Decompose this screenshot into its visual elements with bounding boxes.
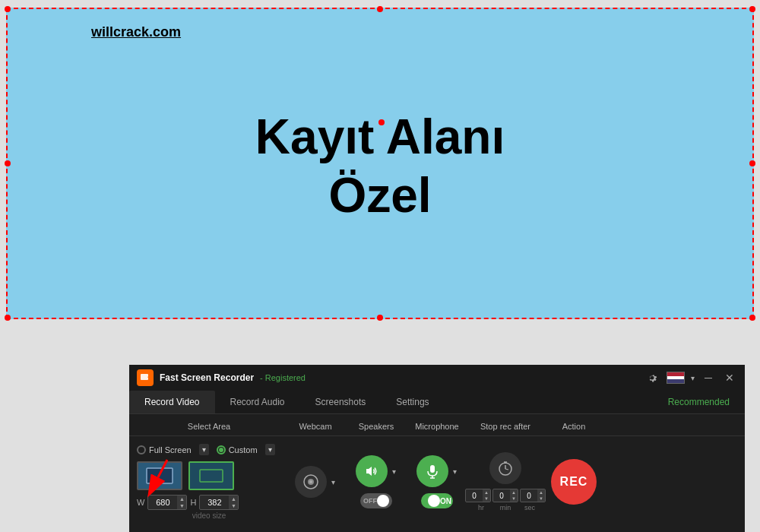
- full-screen-thumb[interactable]: [137, 461, 182, 490]
- min-input-wrap: ▲ ▼: [492, 489, 518, 502]
- svg-marker-7: [366, 467, 372, 476]
- svg-rect-0: [141, 374, 148, 380]
- full-screen-option[interactable]: Full Screen: [137, 445, 192, 454]
- handle-tc[interactable]: [377, 6, 383, 12]
- action-section: REC: [547, 459, 600, 505]
- column-headers: Select Area Webcam Speakers Microphone S…: [129, 422, 745, 436]
- svg-point-6: [309, 480, 312, 483]
- handle-tr[interactable]: [749, 6, 755, 12]
- header-webcam: Webcam: [289, 422, 342, 431]
- microphone-toggle-label: ON: [440, 497, 451, 505]
- width-label: W: [137, 498, 144, 507]
- webcam-section: ▾: [289, 466, 342, 498]
- microphone-toggle-knob: [428, 495, 440, 507]
- area-text: Kayıt Alanı Özel: [8, 108, 752, 225]
- controls-row: Full Screen ▾ Custom ▾: [129, 436, 745, 524]
- handle-bl[interactable]: [5, 315, 11, 321]
- hr-down[interactable]: ▼: [483, 496, 490, 502]
- height-down[interactable]: ▼: [229, 502, 238, 509]
- language-flag[interactable]: [667, 372, 685, 384]
- microphone-toggle[interactable]: ON: [421, 493, 453, 508]
- sec-input[interactable]: [521, 490, 537, 502]
- sec-input-wrap: ▲ ▼: [520, 489, 546, 502]
- microphone-controls: ▾: [416, 455, 458, 487]
- width-up[interactable]: ▲: [177, 496, 186, 502]
- speakers-dropdown[interactable]: ▾: [391, 466, 397, 477]
- header-speakers: Speakers: [350, 422, 403, 431]
- full-screen-label: Full Screen: [149, 445, 192, 454]
- recording-area[interactable]: willcrack.com Kayıt Alanı Özel: [6, 8, 754, 319]
- svg-rect-3: [200, 470, 223, 482]
- tab-record-audio[interactable]: Record Audio: [215, 391, 300, 413]
- tab-screenshots[interactable]: Screenshots: [300, 391, 382, 413]
- height-label: H: [190, 498, 196, 507]
- webcam-icon-button[interactable]: [295, 466, 327, 498]
- handle-bc[interactable]: [377, 315, 383, 321]
- hr-input-wrap: ▲ ▼: [465, 489, 491, 502]
- content-area: Select Area Webcam Speakers Microphone S…: [129, 414, 745, 532]
- minimize-button[interactable]: ─: [701, 370, 716, 385]
- area-thumbnails: [137, 461, 281, 490]
- tab-record-video[interactable]: Record Video: [129, 391, 215, 413]
- handle-br[interactable]: [749, 315, 755, 321]
- microphone-icon-button[interactable]: [416, 455, 448, 487]
- min-input[interactable]: [493, 490, 510, 502]
- video-size-label: video size: [137, 511, 281, 520]
- full-screen-radio[interactable]: [137, 445, 146, 454]
- webcam-dropdown[interactable]: ▾: [330, 477, 337, 488]
- timer-icon-button[interactable]: [489, 452, 521, 484]
- red-dot-indicator: [378, 119, 385, 125]
- microphone-dropdown[interactable]: ▾: [451, 466, 458, 477]
- custom-thumb[interactable]: [188, 461, 234, 490]
- speakers-toggle-knob: [377, 495, 389, 507]
- width-down[interactable]: ▼: [177, 502, 186, 509]
- time-labels-row: hr min sec: [470, 504, 541, 511]
- min-up[interactable]: ▲: [510, 489, 518, 496]
- tab-settings[interactable]: Settings: [381, 391, 444, 413]
- time-inputs-row: ▲ ▼ ▲ ▼ ▲: [465, 489, 546, 502]
- sec-label: sec: [518, 504, 541, 511]
- hr-input[interactable]: [466, 490, 483, 502]
- app-title: Fast Screen Recorder: [160, 372, 254, 383]
- close-button[interactable]: ✕: [722, 370, 737, 385]
- header-select-area: Select Area: [137, 422, 281, 431]
- header-action: Action: [547, 422, 600, 431]
- sec-up[interactable]: ▲: [537, 489, 545, 496]
- width-input[interactable]: [148, 496, 177, 508]
- height-up[interactable]: ▲: [229, 496, 238, 502]
- sec-down[interactable]: ▼: [537, 496, 545, 502]
- speakers-toggle[interactable]: OFF: [360, 493, 392, 508]
- select-area-section: Full Screen ▾ Custom ▾: [137, 444, 281, 520]
- title-bar: Fast Screen Recorder - Registered ▾ ─ ✕: [129, 365, 745, 391]
- height-spinner: ▲ ▼: [229, 496, 238, 509]
- height-input-wrap: ▲ ▼: [199, 495, 239, 510]
- hr-up[interactable]: ▲: [483, 489, 490, 496]
- wh-row: W ▲ ▼ H ▲ ▼: [137, 495, 281, 510]
- min-down[interactable]: ▼: [510, 496, 518, 502]
- custom-option[interactable]: Custom: [217, 445, 258, 454]
- handle-tl[interactable]: [5, 6, 11, 12]
- app-logo: [137, 369, 154, 386]
- header-microphone: Microphone: [407, 422, 467, 431]
- area-radios: Full Screen ▾ Custom ▾: [137, 444, 281, 455]
- full-screen-dropdown[interactable]: ▾: [199, 444, 209, 455]
- speakers-icon-button[interactable]: [356, 455, 388, 487]
- speakers-toggle-label: OFF: [363, 497, 377, 505]
- speakers-controls: ▾: [356, 455, 397, 487]
- microphone-toggle-row: ON: [421, 493, 453, 508]
- svg-rect-8: [430, 465, 435, 473]
- width-spinner: ▲ ▼: [177, 496, 186, 509]
- custom-dropdown[interactable]: ▾: [265, 444, 275, 455]
- registered-label: - Registered: [260, 373, 644, 382]
- settings-icon[interactable]: [644, 369, 660, 386]
- stop-rec-section: ▲ ▼ ▲ ▼ ▲: [471, 452, 540, 511]
- width-input-wrap: ▲ ▼: [147, 495, 187, 510]
- custom-radio[interactable]: [217, 445, 226, 454]
- height-input[interactable]: [200, 496, 229, 508]
- rec-button[interactable]: REC: [551, 459, 597, 505]
- speakers-section: ▾ OFF: [350, 455, 403, 508]
- tab-recommended[interactable]: Recommended: [653, 391, 745, 413]
- microphone-section: ▾ ON: [407, 455, 467, 508]
- hr-label: hr: [470, 504, 492, 511]
- language-dropdown-arrow[interactable]: ▾: [691, 374, 695, 382]
